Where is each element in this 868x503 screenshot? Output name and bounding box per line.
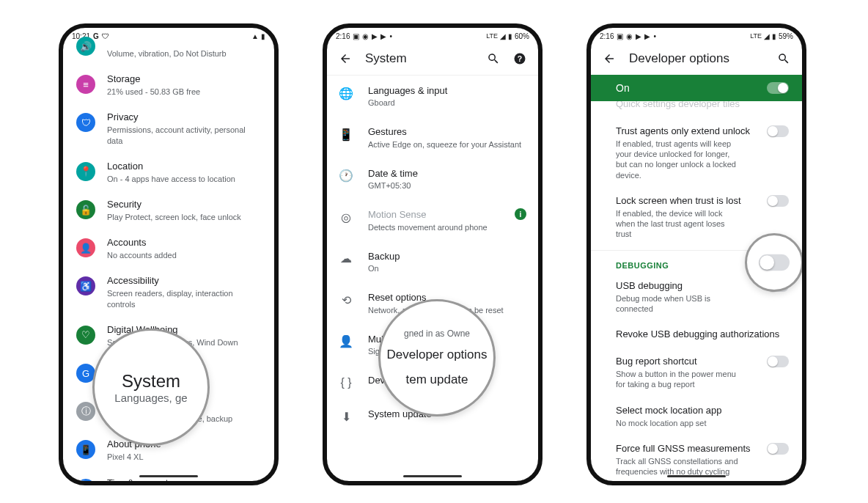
item-title: Security: [107, 199, 261, 211]
item-title: Accounts: [107, 237, 261, 249]
item-icon: ♿: [76, 276, 95, 295]
toggle-switch[interactable]: [767, 125, 789, 137]
search-icon[interactable]: [487, 52, 500, 65]
home-indicator[interactable]: [667, 475, 726, 477]
settings-item[interactable]: ♿ AccessibilityScreen readers, display, …: [63, 268, 274, 316]
system-item[interactable]: 🌐 Languages & inputGboard: [327, 76, 538, 117]
item-sub: No accounts added: [107, 250, 261, 260]
whatsapp-icon: ◉: [362, 32, 369, 40]
item-sub: If enabled, trust agents will keep your …: [616, 139, 740, 180]
list-item[interactable]: Quick settings developer tiles: [591, 101, 802, 118]
settings-item[interactable]: ≡ Storage21% used - 50.83 GB free: [63, 66, 274, 104]
dev-item[interactable]: Select mock location appNo mock location…: [591, 397, 802, 436]
item-icon: ≡: [76, 75, 95, 94]
system-item[interactable]: ◎ Motion SenseDetects movement around ph…: [327, 199, 538, 241]
system-item[interactable]: ☁ BackupOn: [327, 241, 538, 282]
svg-text:?: ?: [518, 54, 522, 63]
mag-sub: Languages, ge: [114, 392, 187, 404]
help-icon[interactable]: ?: [513, 52, 526, 65]
item-sub: Active Edge on, squeeze for your Assista…: [368, 139, 526, 150]
item-sub: Gboard: [368, 98, 526, 108]
item-icon: 📱: [339, 127, 353, 142]
info-icon[interactable]: i: [515, 208, 526, 220]
phone-system: 2:16 ▣ ◉ ▶ ▶ • LTE ◢ ▮ 60% System ? 🌐 La…: [323, 23, 542, 485]
signal-icon: ◢: [500, 32, 506, 40]
dev-item[interactable]: Force full GNSS measurementsTrack all GN…: [591, 436, 802, 481]
item-icon: ◎: [339, 210, 353, 224]
more-icon: •: [389, 32, 392, 40]
statusbar: 2:16 ▣ ◉ ▶ ▶ • LTE ◢ ▮ 60%: [327, 28, 538, 41]
item-sub: If enabled, the device will lock when th…: [616, 208, 740, 240]
item-sub: No mock location app set: [616, 418, 740, 428]
app-bar: Developer options: [591, 41, 802, 75]
item-sub: Volume, vibration, Do Not Disturb: [107, 48, 261, 59]
settings-item[interactable]: 👤 AccountsNo accounts added: [63, 230, 274, 268]
magnifier: gned in as Owne Developer options tem up…: [378, 299, 496, 416]
item-sub: Track all GNSS constellations and freque…: [616, 456, 740, 477]
item-icon: 👤: [339, 334, 353, 349]
phone-devoptions: 2:16 ▣ ◉ ▶ ▶ • LTE ◢ ▮ 59% Developer opt…: [586, 23, 806, 485]
dev-item[interactable]: Revoke USB debugging authorizations: [591, 321, 802, 348]
system-item[interactable]: 📱 GesturesActive Edge on, squeeze for yo…: [327, 117, 538, 158]
app-bar: System ?: [327, 41, 538, 76]
item-icon: ♡: [76, 326, 95, 345]
item-sub: Show a button in the power menu for taki…: [616, 369, 740, 390]
phone-settings: 10:21 G 🛡 ▲ ▮ 🔊 SoundVolume, vibration, …: [59, 23, 279, 485]
mag-line2: Developer options: [386, 348, 487, 362]
item-title: USB debugging: [616, 280, 757, 293]
magnifier: System Languages, ge: [92, 328, 210, 446]
settings-item[interactable]: 📍 LocationOn - 4 apps have access to loc…: [63, 153, 274, 191]
dev-item[interactable]: Bug report shortcutShow a button in the …: [591, 348, 802, 397]
dev-item[interactable]: Trust agents only extend unlockIf enable…: [591, 118, 802, 188]
toggle-switch[interactable]: [767, 356, 789, 367]
item-sub: On: [368, 263, 526, 273]
item-sub: GMT+05:30: [368, 180, 526, 191]
mag-line1: gned in as Owne: [404, 328, 470, 339]
toggle-switch[interactable]: [759, 254, 790, 271]
item-title: Bug report shortcut: [616, 356, 757, 368]
item-title: Lock screen when trust is lost: [616, 195, 757, 208]
item-title: Accessibility: [107, 275, 261, 287]
whatsapp-icon: ◉: [626, 32, 633, 40]
back-icon[interactable]: [603, 52, 616, 65]
item-icon: 📍: [76, 162, 95, 181]
network-label: LTE: [486, 32, 498, 40]
item-sub: Play Protect, screen lock, face unlock: [107, 212, 261, 222]
item-icon: 👤: [76, 238, 95, 257]
master-switch-label: On: [616, 82, 630, 94]
item-title: Date & time: [368, 167, 526, 180]
search-icon[interactable]: [777, 52, 790, 65]
item-title: Tips & support: [107, 477, 261, 481]
settings-item[interactable]: 🛡 PrivacyPermissions, account activity, …: [63, 104, 274, 153]
item-sub: Screen readers, display, interaction con…: [107, 288, 261, 309]
magnifier-switch: [745, 233, 803, 292]
back-icon[interactable]: [339, 52, 352, 65]
toggle-switch[interactable]: [767, 443, 789, 455]
youtube-icon: ▶: [636, 32, 641, 40]
item-icon: 🛡: [76, 113, 95, 132]
system-list[interactable]: 🌐 Languages & inputGboard 📱 GesturesActi…: [327, 76, 538, 481]
home-indicator[interactable]: [139, 475, 198, 477]
home-indicator[interactable]: [403, 475, 462, 477]
item-sub: On - 4 apps have access to location: [107, 174, 261, 184]
settings-item[interactable]: 🔊 SoundVolume, vibration, Do Not Disturb: [63, 28, 274, 66]
item-title: Location: [107, 161, 261, 173]
toggle-switch[interactable]: [767, 195, 789, 207]
signal-icon: ◢: [764, 32, 770, 40]
settings-item[interactable]: 🔓 SecurityPlay Protect, screen lock, fac…: [63, 191, 274, 230]
toggle-switch[interactable]: [767, 82, 789, 94]
battery-pct: 59%: [779, 32, 793, 40]
more-icon: •: [653, 32, 656, 40]
item-sub: Permissions, account activity, personal …: [107, 125, 261, 146]
battery-icon: ▮: [772, 32, 776, 40]
youtube-icon: ▶: [380, 32, 386, 40]
system-item[interactable]: 🕐 Date & timeGMT+05:30: [327, 158, 538, 199]
master-switch[interactable]: On: [591, 75, 802, 101]
mag-line3: tem update: [405, 372, 468, 387]
battery-pct: 60%: [515, 32, 529, 40]
item-icon: 🌐: [339, 86, 353, 100]
item-icon: ⟲: [339, 293, 353, 307]
item-sub: Detects movement around phone: [368, 222, 500, 232]
item-icon: 📱: [76, 440, 95, 459]
screenshot-icon: ▣: [353, 32, 359, 40]
